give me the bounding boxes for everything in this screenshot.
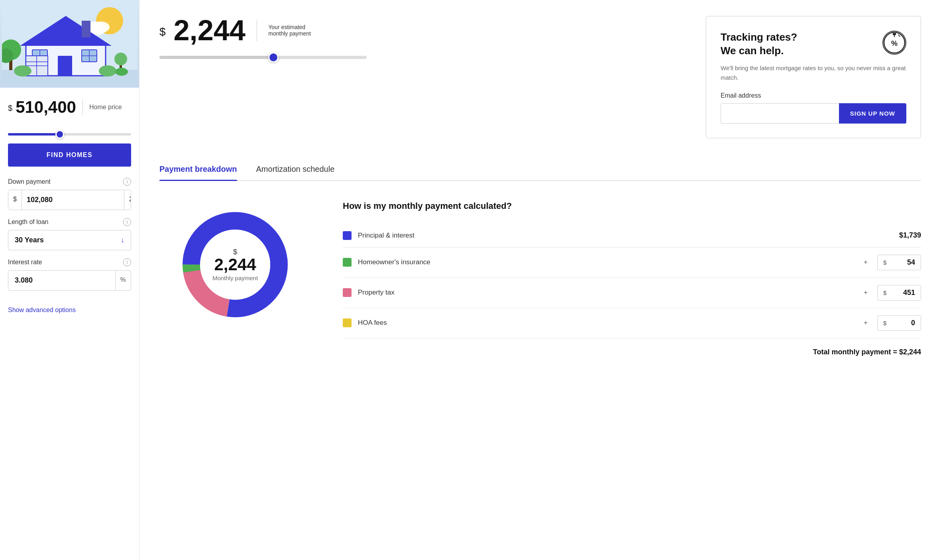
tax-plus: + [864, 289, 868, 297]
length-of-loan-select[interactable]: 30 Years ↓ [8, 230, 131, 250]
donut-dollar: $ [233, 248, 237, 256]
svg-point-24 [14, 65, 31, 77]
down-payment-info-icon[interactable]: i [123, 178, 131, 186]
hoa-plus: + [864, 319, 868, 327]
home-price-dollar: $ [8, 104, 12, 113]
down-payment-input-row: $ 20 % [8, 190, 131, 210]
length-of-loan-info-icon[interactable]: i [123, 218, 131, 226]
length-of-loan-label: Length of loan [8, 218, 48, 226]
total-row: Total monthly payment = $2,244 [343, 338, 921, 356]
insurance-dollar: $ [883, 259, 886, 266]
breakdown-section: $ 2,244 Monthly payment How is my monthl… [159, 201, 921, 356]
svg-rect-8 [58, 56, 72, 76]
top-section: $ 2,244 Your estimated monthly payment [159, 16, 921, 138]
tax-color-dot [343, 288, 352, 297]
tab-payment-breakdown[interactable]: Payment breakdown [159, 158, 237, 180]
interest-rate-section: Interest rate i % [0, 258, 139, 291]
length-of-loan-section: Length of loan i 30 Years ↓ [0, 218, 139, 250]
down-payment-percent-value: 20 [124, 190, 131, 210]
breakdown-row-pi: Principal & interest $1,739 [343, 224, 921, 248]
tracking-description: We'll bring the latest mortgage rates to… [721, 63, 906, 83]
main-content: $ 2,244 Your estimated monthly payment [139, 0, 941, 560]
monthly-dollar-sign: $ [159, 26, 166, 38]
home-price-slider-track[interactable] [8, 133, 131, 136]
monthly-label-line2: monthly payment [268, 30, 311, 37]
tracking-card-header: Tracking rates? We can help. % [721, 31, 906, 58]
show-advanced-options[interactable]: Show advanced options [0, 299, 139, 314]
tracking-title-line1: Tracking rates? [721, 31, 797, 44]
tracking-card: Tracking rates? We can help. % [706, 16, 921, 138]
insurance-plus: + [864, 258, 868, 266]
pi-amount: $1,739 [899, 231, 921, 240]
svg-text:%: % [891, 39, 898, 47]
svg-line-30 [898, 35, 900, 37]
total-label: Total monthly payment = $2,244 [813, 348, 921, 356]
payment-slider-track[interactable] [159, 56, 367, 59]
payment-slider-fill [159, 56, 273, 59]
email-label: Email address [721, 92, 906, 99]
monthly-divider [257, 20, 257, 41]
insurance-amount: 54 [890, 258, 915, 267]
home-price-value: 510,400 [16, 99, 76, 116]
interest-rate-input-row: % [8, 270, 131, 291]
pi-label: Principal & interest [358, 232, 893, 240]
svg-rect-28 [893, 33, 896, 35]
breakdown-details: How is my monthly payment calculated? Pr… [343, 201, 921, 356]
pi-color-dot [343, 231, 352, 240]
interest-rate-input[interactable] [8, 271, 115, 290]
home-price-label: Home price [89, 104, 122, 111]
insurance-amount-box: $ 54 [877, 255, 921, 270]
breakdown-row-hoa: HOA fees + $ 0 [343, 308, 921, 338]
interest-rate-label: Interest rate [8, 259, 42, 266]
donut-chart-container: $ 2,244 Monthly payment [159, 201, 311, 328]
home-price-slider-thumb[interactable] [55, 130, 64, 139]
insurance-label: Homeowner's insurance [358, 258, 857, 266]
svg-point-26 [115, 68, 128, 76]
tax-amount: 451 [890, 289, 915, 297]
svg-point-3 [92, 22, 110, 33]
tax-label: Property tax [358, 289, 857, 297]
breakdown-title: How is my monthly payment calculated? [343, 201, 921, 211]
tab-amortization-schedule[interactable]: Amortization schedule [256, 158, 335, 180]
monthly-label-line1: Your estimated [268, 24, 311, 30]
home-price-slider-fill [8, 133, 60, 136]
monthly-payment-row: $ 2,244 Your estimated monthly payment [159, 16, 690, 45]
email-input[interactable] [721, 103, 839, 124]
down-payment-label: Down payment [8, 178, 51, 185]
length-of-loan-value: 30 Years [15, 236, 44, 244]
email-row: SIGN UP NOW [721, 103, 906, 124]
hoa-dollar: $ [883, 320, 886, 326]
svg-point-23 [114, 53, 127, 65]
down-payment-section: Down payment i $ 20 % [0, 178, 139, 210]
breakdown-row-tax: Property tax + $ 451 [343, 278, 921, 308]
breakdown-row-insurance: Homeowner's insurance + $ 54 [343, 248, 921, 278]
payment-slider-thumb[interactable] [268, 52, 279, 63]
sidebar: $ 510,400 Home price FIND HOMES Down pay… [0, 0, 139, 560]
tax-amount-box: $ 451 [877, 285, 921, 301]
chevron-down-icon: ↓ [121, 236, 124, 244]
rate-percent-icon: % [882, 31, 906, 55]
hoa-amount-box: $ 0 [877, 315, 921, 331]
svg-rect-7 [82, 21, 90, 37]
tabs-row: Payment breakdown Amortization schedule [159, 158, 921, 180]
home-price-slider-container[interactable] [0, 133, 139, 136]
hoa-amount: 0 [890, 319, 915, 327]
donut-label: Monthly payment [212, 275, 258, 281]
payment-summary: $ 2,244 Your estimated monthly payment [159, 16, 690, 59]
interest-rate-suffix: % [115, 271, 131, 290]
tax-dollar: $ [883, 289, 886, 296]
monthly-amount: 2,244 [174, 16, 246, 45]
down-payment-dollar: $ [8, 190, 22, 210]
find-homes-button[interactable]: FIND HOMES [8, 143, 131, 167]
donut-center-text: $ 2,244 Monthly payment [212, 248, 258, 281]
donut-amount: 2,244 [212, 256, 258, 273]
price-section: $ 510,400 Home price [0, 88, 139, 128]
tabs-section: Payment breakdown Amortization schedule [159, 158, 921, 181]
tracking-title-line2: We can help. [721, 44, 797, 58]
sign-up-now-button[interactable]: SIGN UP NOW [839, 103, 906, 124]
hoa-label: HOA fees [358, 319, 857, 327]
down-payment-amount-input[interactable] [22, 190, 124, 210]
donut-chart: $ 2,244 Monthly payment [171, 201, 299, 328]
interest-rate-info-icon[interactable]: i [123, 258, 131, 266]
price-divider [83, 99, 83, 115]
